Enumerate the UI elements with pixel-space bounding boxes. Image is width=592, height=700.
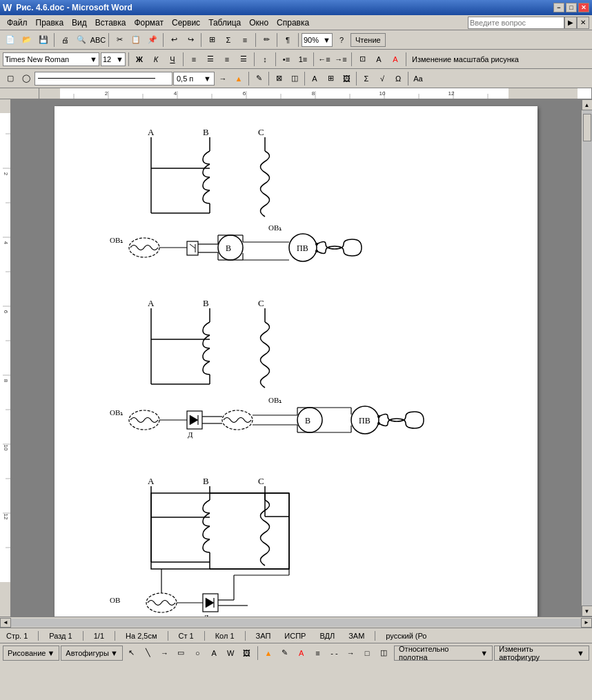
scroll-track[interactable] — [582, 110, 592, 606]
menu-view[interactable]: Вид — [68, 17, 91, 29]
oval-draw-btn[interactable]: ○ — [190, 646, 205, 661]
drawing-button[interactable]: Рисование ▼ — [3, 646, 59, 661]
scroll-thumb[interactable] — [583, 114, 591, 141]
draw-btn1[interactable]: ▢ — [3, 71, 18, 86]
align-left-button[interactable]: ≡ — [186, 52, 201, 67]
bold-button[interactable]: Ж — [132, 52, 147, 67]
shadow-tb-btn[interactable]: □ — [359, 646, 375, 661]
thickness-dropdown-icon[interactable]: ▼ — [204, 74, 211, 83]
menu-window[interactable]: Окно — [245, 17, 273, 29]
highlight-button[interactable]: A — [371, 52, 386, 67]
save-button[interactable]: 💾 — [36, 32, 51, 48]
insert-clipart-btn[interactable]: 🖼 — [339, 71, 354, 86]
menu-edit[interactable]: Правка — [32, 17, 68, 29]
menu-tools[interactable]: Сервис — [168, 17, 204, 29]
change-dropdown-icon[interactable]: ▼ — [577, 649, 584, 657]
doc-map-button[interactable]: ¶ — [280, 32, 295, 48]
minimize-button[interactable]: − — [553, 3, 564, 12]
print-preview-button[interactable]: 🔍 — [74, 32, 89, 48]
scroll-down-button[interactable]: ▼ — [582, 606, 593, 617]
font-color-tb-btn[interactable]: A — [294, 646, 309, 661]
search-input[interactable] — [468, 17, 564, 29]
size-dropdown-icon[interactable]: ▼ — [116, 55, 124, 63]
decrease-indent-button[interactable]: ←≡ — [317, 52, 332, 67]
dash-style-tb-btn[interactable]: - - — [326, 646, 342, 661]
undo-button[interactable]: ↩ — [166, 32, 181, 48]
align-right-button[interactable]: ≡ — [219, 52, 235, 67]
reading-button[interactable]: Чтение — [351, 33, 386, 47]
menu-insert[interactable]: Вставка — [91, 17, 130, 29]
arrow-draw-btn[interactable]: → — [157, 646, 172, 661]
new-button[interactable]: 📄 — [3, 32, 18, 48]
bullets-button[interactable]: •≡ — [279, 52, 294, 67]
fill-color-btn[interactable]: ▲ — [231, 71, 246, 86]
vertical-scrollbar[interactable]: ▲ ▼ — [581, 99, 592, 617]
autofig-button[interactable]: Автофигуры ▼ — [61, 646, 122, 661]
insert-table-button[interactable]: ⊞ — [204, 32, 219, 48]
text-box-btn[interactable]: A — [206, 646, 221, 661]
insert-wordart-btn[interactable]: A — [307, 71, 322, 86]
arrow-style-tb-btn[interactable]: → — [343, 646, 358, 661]
scroll-left-button[interactable]: ◄ — [0, 618, 11, 628]
insert-excel-button[interactable]: Σ — [221, 32, 236, 48]
aa-btn[interactable]: Aa — [411, 71, 426, 86]
insert-diagram-btn[interactable]: ⊞ — [323, 71, 338, 86]
search-close-button[interactable]: ✕ — [577, 17, 589, 29]
columns-button[interactable]: ≡ — [237, 32, 253, 48]
line-style-box[interactable] — [34, 72, 172, 86]
text-color-sqrt[interactable]: √ — [375, 71, 390, 86]
thickness-box[interactable]: 0,5 п ▼ — [173, 72, 215, 86]
relative-dropdown-icon[interactable]: ▼ — [480, 649, 488, 657]
line-color-tb-btn[interactable]: ✎ — [277, 646, 293, 661]
line-color-btn[interactable]: ✎ — [251, 71, 266, 86]
menu-file[interactable]: Файл — [3, 17, 32, 29]
draw-btn2[interactable]: ◯ — [19, 71, 34, 86]
document-area[interactable]: A B C — [11, 99, 581, 617]
scroll-up-button[interactable]: ▲ — [582, 99, 593, 110]
spell-check-button[interactable]: ABC — [90, 32, 106, 48]
font-selector[interactable]: Times New Roman ▼ — [3, 52, 99, 66]
italic-button[interactable]: К — [148, 52, 164, 67]
menu-table[interactable]: Таблица — [204, 17, 245, 29]
close-button[interactable]: ✕ — [578, 3, 589, 12]
arrow-style-btn[interactable]: → — [215, 71, 230, 86]
text-color-sigma[interactable]: Σ — [359, 71, 374, 86]
font-dropdown-icon[interactable]: ▼ — [90, 55, 97, 63]
drawing-toggle-button[interactable]: ✏ — [259, 32, 274, 48]
relative-button[interactable]: Относительно полотна ▼ — [394, 646, 493, 661]
line-draw-btn[interactable]: ╲ — [141, 646, 156, 661]
open-button[interactable]: 📂 — [19, 32, 34, 48]
select-btn[interactable]: ↖ — [124, 646, 139, 661]
menu-format[interactable]: Формат — [130, 17, 168, 29]
3d-btn[interactable]: ◫ — [287, 71, 302, 86]
h-scroll-track[interactable] — [11, 619, 581, 627]
maximize-button[interactable]: □ — [566, 3, 577, 12]
border-button[interactable]: ⊡ — [355, 52, 370, 67]
line-spacing-button[interactable]: ↕ — [257, 52, 273, 67]
autofig-dropdown-icon[interactable]: ▼ — [110, 649, 118, 657]
menu-help[interactable]: Справка — [273, 17, 313, 29]
text-color-omega[interactable]: Ω — [391, 71, 406, 86]
change-autofig-button[interactable]: Изменить автофигуру ▼ — [494, 646, 589, 661]
redo-button[interactable]: ↪ — [183, 32, 198, 48]
underline-button[interactable]: Ч — [165, 52, 180, 67]
font-color-button[interactable]: A — [388, 52, 403, 67]
3d-tb-btn[interactable]: ◫ — [376, 646, 391, 661]
search-go-button[interactable]: ▶ — [564, 17, 577, 29]
print-button[interactable]: 🖨 — [57, 32, 72, 48]
scroll-right-button[interactable]: ► — [581, 618, 592, 628]
font-size-selector[interactable]: 12 ▼ — [101, 52, 126, 66]
increase-indent-button[interactable]: →≡ — [333, 52, 348, 67]
align-center-button[interactable]: ☰ — [203, 52, 218, 67]
rect-draw-btn[interactable]: ▭ — [173, 646, 188, 661]
fill-color-tb-btn[interactable]: ▲ — [261, 646, 276, 661]
numbering-button[interactable]: 1≡ — [295, 52, 310, 67]
clipart-tb-btn[interactable]: 🖼 — [239, 646, 255, 661]
help-button[interactable]: ? — [334, 32, 349, 48]
shadow-btn[interactable]: ⊠ — [271, 71, 286, 86]
line-style-tb-btn[interactable]: ≡ — [310, 646, 326, 661]
wordart-tb-btn[interactable]: W — [223, 646, 238, 661]
horizontal-scrollbar[interactable]: ◄ ► — [0, 617, 592, 628]
paste-button[interactable]: 📌 — [145, 32, 160, 48]
zoom-dropdown-icon[interactable]: ▼ — [323, 36, 330, 44]
